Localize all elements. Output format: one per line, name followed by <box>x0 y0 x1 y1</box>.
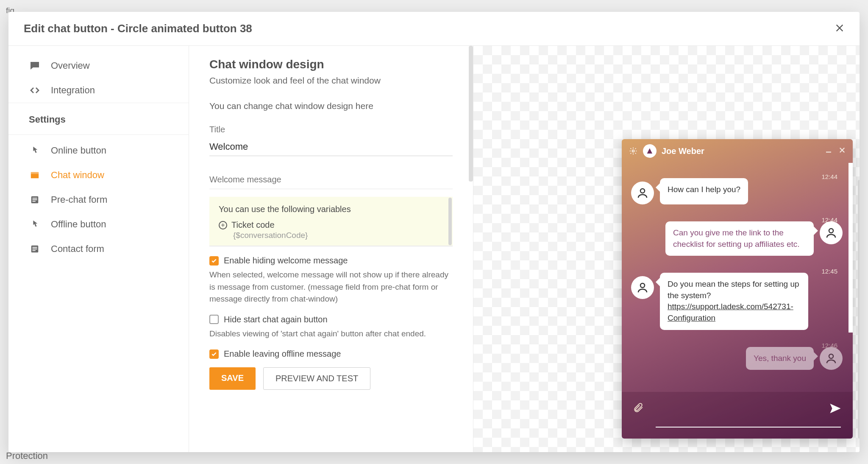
message-text: Do you mean the steps for setting up the… <box>668 280 799 300</box>
message-bubble: Can you give me the link to the checklis… <box>665 221 814 256</box>
sidebar-item-contact-form[interactable]: Contact form <box>8 237 189 261</box>
sidebar-item-integration[interactable]: Integration <box>8 78 189 103</box>
title-field-label: Title <box>209 125 453 134</box>
welcome-message-area[interactable]: You can use the following variables + Ti… <box>209 189 453 246</box>
checkbox-checked-icon[interactable] <box>209 349 219 359</box>
close-icon[interactable] <box>835 23 844 35</box>
svg-rect-7 <box>33 247 37 248</box>
variable-ticket-code[interactable]: + Ticket code <box>219 220 443 230</box>
chat-message-in: 12:44 How can I help you? <box>622 175 853 206</box>
sidebar-item-label: Overview <box>51 60 90 71</box>
svg-point-13 <box>829 229 833 233</box>
option-label: Enable leaving offline message <box>224 349 341 359</box>
svg-point-12 <box>640 189 645 193</box>
chat-message-in: 12:45 Do you mean the steps for setting … <box>622 269 853 331</box>
panel-title: Chat window design <box>209 58 453 71</box>
option-hide-start-chat-again[interactable]: Hide start chat again button <box>209 315 453 324</box>
chat-agent-name: Joe Weber <box>662 146 820 156</box>
sidebar-item-online-button[interactable]: Online button <box>8 138 189 163</box>
option-label: Enable hiding welcome message <box>224 256 348 266</box>
modal-title: Edit chat button - Circle animated butto… <box>24 22 252 35</box>
option-help-text: Disables viewing of 'start chat again' b… <box>209 328 453 340</box>
sidebar-item-chat-window[interactable]: Chat window <box>8 163 189 187</box>
svg-rect-1 <box>31 172 39 174</box>
checkbox-checked-icon[interactable] <box>209 256 219 266</box>
sidebar-item-label: Pre-chat form <box>51 194 107 205</box>
svg-rect-8 <box>33 249 37 249</box>
person-icon <box>820 347 843 370</box>
chat-message-out: 12:46 Yes, thank you <box>622 344 853 370</box>
message-time: 12:46 <box>821 342 837 349</box>
form-icon <box>29 244 41 254</box>
gear-icon[interactable] <box>629 146 638 156</box>
chat-preview-canvas: Joe Weber 12:44 <box>473 46 860 452</box>
sidebar-item-label: Chat window <box>51 170 104 181</box>
minimize-icon[interactable] <box>825 146 832 156</box>
close-icon[interactable] <box>838 146 846 156</box>
svg-rect-4 <box>33 199 37 200</box>
sidebar-item-offline-button[interactable]: Offline button <box>8 212 189 237</box>
option-help-text: When selected, welcome message will not … <box>209 269 453 305</box>
variable-code: {$conversationCode} <box>233 231 443 240</box>
message-time: 12:45 <box>821 268 837 275</box>
message-link[interactable]: https://support.ladesk.com/542731-Config… <box>668 302 793 322</box>
scrollbar-thumb[interactable] <box>858 180 860 439</box>
chat-widget: Joe Weber 12:44 <box>622 139 853 439</box>
sidebar-item-label: Offline button <box>51 219 106 230</box>
code-icon <box>29 85 41 95</box>
message-bubble: Do you mean the steps for setting up the… <box>660 273 808 330</box>
svg-point-15 <box>829 354 833 358</box>
modal-header: Edit chat button - Circle animated butto… <box>8 12 860 46</box>
pointer-icon <box>29 220 41 229</box>
attachment-icon[interactable] <box>633 402 644 415</box>
scrollbar-thumb[interactable] <box>448 198 452 245</box>
chat-input-underline <box>656 427 841 428</box>
sidebar-item-label: Online button <box>51 145 106 156</box>
chat-message-out: 12:44 Can you give me the link to the ch… <box>622 218 853 257</box>
preview-and-test-button[interactable]: PREVIEW AND TEST <box>263 367 370 390</box>
sidebar: Overview Integration Settings Online but… <box>8 46 189 452</box>
option-enable-hiding-welcome[interactable]: Enable hiding welcome message <box>209 256 453 266</box>
message-bubble: Yes, thank you <box>746 347 814 370</box>
variables-hint-box: You can use the following variables + Ti… <box>209 197 453 246</box>
scrollbar-thumb[interactable] <box>469 46 473 182</box>
chat-header: Joe Weber <box>622 139 853 163</box>
svg-rect-3 <box>33 198 37 198</box>
message-bubble: How can I help you? <box>660 178 748 204</box>
form-icon <box>29 195 41 204</box>
agent-avatar-small <box>643 144 657 158</box>
sidebar-item-pre-chat-form[interactable]: Pre-chat form <box>8 187 189 212</box>
person-icon <box>820 221 843 244</box>
variable-label: Ticket code <box>231 220 275 230</box>
person-icon <box>631 276 654 299</box>
sidebar-item-label: Integration <box>51 85 95 96</box>
title-input[interactable] <box>209 139 453 156</box>
send-icon[interactable] <box>829 402 842 416</box>
message-time: 12:44 <box>821 173 837 180</box>
svg-point-14 <box>640 283 645 288</box>
panel-description: You can change chat window design here <box>209 101 453 111</box>
modal-body: Overview Integration Settings Online but… <box>8 46 860 452</box>
svg-rect-9 <box>33 250 36 251</box>
chat-body: 12:44 How can I help you? 12:44 Can you … <box>622 163 853 392</box>
person-icon <box>631 182 654 204</box>
pointer-icon <box>29 146 41 155</box>
welcome-message-label: Welcome message <box>209 175 453 184</box>
sidebar-item-overview[interactable]: Overview <box>8 53 189 78</box>
checkbox-unchecked-icon[interactable] <box>209 315 219 324</box>
sidebar-item-label: Contact form <box>51 243 104 254</box>
option-label: Hide start chat again button <box>224 315 328 324</box>
settings-panel: Chat window design Customize look and fe… <box>189 46 473 452</box>
message-time: 12:44 <box>821 216 837 224</box>
sidebar-section-settings: Settings <box>8 103 189 135</box>
option-enable-offline-message[interactable]: Enable leaving offline message <box>209 349 453 359</box>
svg-point-10 <box>632 150 634 152</box>
window-icon <box>29 171 41 180</box>
panel-subtitle: Customize look and feel of the chat wind… <box>209 75 453 86</box>
svg-rect-5 <box>33 201 36 202</box>
hint-title: You can use the following variables <box>219 204 443 214</box>
save-button[interactable]: SAVE <box>209 367 256 390</box>
chat-input-bar[interactable] <box>622 392 853 439</box>
edit-chat-button-modal: Edit chat button - Circle animated butto… <box>8 12 860 452</box>
plus-circle-icon: + <box>219 221 227 229</box>
